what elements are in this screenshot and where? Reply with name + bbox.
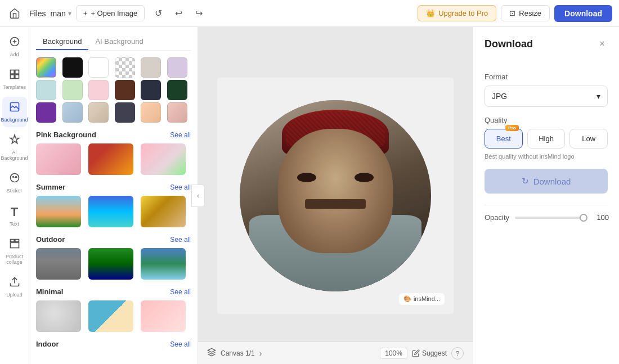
layers-icon[interactable] xyxy=(207,348,216,358)
resize-icon: ⊡ xyxy=(509,9,515,17)
open-image-button[interactable]: + + Open Image xyxy=(76,5,145,21)
color-swatch-brown[interactable] xyxy=(115,80,135,100)
bg-thumb-minimal-1[interactable] xyxy=(36,300,81,332)
main-layout: Add Templates Background AI Background S… xyxy=(0,27,619,364)
suggest-button[interactable]: Suggest xyxy=(412,349,447,357)
watermark-icon: 🎨 xyxy=(403,295,411,303)
history-controls: ↺ ↩ ↪ xyxy=(149,5,208,23)
bg-thumb-pink-1[interactable] xyxy=(36,143,81,175)
pink-section-header: Pink Background See all xyxy=(36,131,191,139)
sidebar-item-upload-label: Upload xyxy=(6,292,23,298)
download-main-button[interactable]: Download xyxy=(554,5,612,22)
bg-thumb-minimal-2[interactable] xyxy=(88,300,133,332)
summer-section-title: Summer xyxy=(36,183,65,191)
format-label: Format xyxy=(485,73,608,81)
color-swatch-tan[interactable] xyxy=(88,102,109,123)
color-swatch-mint[interactable] xyxy=(62,80,83,100)
color-swatch-cyan[interactable] xyxy=(36,80,56,100)
download-panel-button[interactable]: ↻ Download xyxy=(485,169,608,194)
indoor-section-header: Indoor See all xyxy=(36,340,191,348)
sidebar-item-ai-label: AI Background xyxy=(1,150,28,161)
sidebar-item-add[interactable]: Add xyxy=(2,32,27,62)
color-swatch-salmon[interactable] xyxy=(167,102,187,123)
svg-point-9 xyxy=(12,177,14,178)
resize-button[interactable]: ⊡ Resize xyxy=(501,5,550,21)
history-icon[interactable]: ↺ xyxy=(149,5,167,23)
minimal-section-header: Minimal See all xyxy=(36,287,191,296)
outdoor-see-all[interactable]: See all xyxy=(170,236,191,244)
color-swatch-lightblue[interactable] xyxy=(62,102,83,123)
zoom-level: 100% xyxy=(380,348,407,359)
redo-button[interactable]: ↪ xyxy=(190,5,208,23)
color-swatch-transparent[interactable] xyxy=(115,57,135,78)
sidebar-item-templates-label: Templates xyxy=(3,84,26,90)
format-select[interactable]: JPG ▾ xyxy=(485,86,608,107)
add-icon xyxy=(9,36,20,50)
upgrade-button[interactable]: 👑 Upgrade to Pro xyxy=(418,5,496,21)
bg-thumb-summer-3[interactable] xyxy=(141,196,186,227)
pink-see-all[interactable]: See all xyxy=(170,131,191,139)
minimal-see-all[interactable]: See all xyxy=(170,288,191,296)
quality-low-button[interactable]: Low xyxy=(569,129,608,149)
sidebar-item-upload[interactable]: Upload xyxy=(2,272,27,302)
files-link[interactable]: Files xyxy=(29,9,46,18)
close-download-button[interactable]: × xyxy=(594,36,610,52)
home-button[interactable] xyxy=(7,6,23,21)
color-swatch-darkblue[interactable] xyxy=(141,80,161,100)
pink-section-title: Pink Background xyxy=(36,131,96,139)
summer-see-all[interactable]: See all xyxy=(170,183,191,191)
portrait-image xyxy=(240,100,431,291)
tab-ai-background[interactable]: AI Background xyxy=(88,34,150,50)
quality-high-button[interactable]: High xyxy=(527,129,566,149)
color-swatch-beige[interactable] xyxy=(141,57,161,78)
color-swatch-lavender[interactable] xyxy=(167,57,187,78)
color-swatch-white[interactable] xyxy=(88,57,109,78)
sidebar-item-product-collage[interactable]: Product collage xyxy=(2,233,27,269)
quality-best-button[interactable]: Pro Best xyxy=(485,129,523,149)
bg-thumb-outdoor-2[interactable] xyxy=(88,248,133,280)
help-button[interactable]: ? xyxy=(451,347,464,359)
sidebar-item-background-label: Background xyxy=(1,117,28,123)
bg-thumb-summer-1[interactable] xyxy=(36,196,81,227)
bg-thumb-outdoor-1[interactable] xyxy=(36,248,81,280)
undo-button[interactable]: ↩ xyxy=(169,5,187,23)
color-swatch-pink[interactable] xyxy=(88,80,109,100)
opacity-slider[interactable] xyxy=(515,217,587,219)
bg-thumb-pink-2[interactable] xyxy=(88,143,133,175)
ai-background-icon xyxy=(9,134,20,148)
bg-thumb-pink-3[interactable] xyxy=(141,143,186,175)
project-name[interactable]: man ▾ xyxy=(51,9,71,18)
bg-thumb-minimal-3[interactable] xyxy=(141,300,186,332)
sidebar-item-ai-background[interactable]: AI Background xyxy=(2,129,27,165)
tab-background[interactable]: Background xyxy=(36,34,88,50)
canvas-area: ‹ 🎨 insMind... xyxy=(198,27,473,364)
sidebar-item-product-collage-label: Product collage xyxy=(5,254,25,265)
color-swatch-purple[interactable] xyxy=(36,102,56,123)
pro-badge: Pro xyxy=(505,125,518,131)
collapse-panel-button[interactable]: ‹ xyxy=(191,185,205,207)
bg-thumb-outdoor-3[interactable] xyxy=(141,248,186,280)
color-swatch-darkgray[interactable] xyxy=(115,102,135,123)
color-swatch-rainbow[interactable] xyxy=(36,57,56,78)
color-swatch-peach[interactable] xyxy=(141,102,161,123)
plus-icon: + xyxy=(83,9,88,17)
crown-icon: 👑 xyxy=(426,9,435,17)
indoor-see-all[interactable]: See all xyxy=(170,340,191,348)
minimal-section-title: Minimal xyxy=(36,287,63,296)
left-sidebar: Add Templates Background AI Background S… xyxy=(0,27,29,364)
sidebar-item-background[interactable]: Background xyxy=(2,97,27,127)
sidebar-item-sticker[interactable]: Sticker xyxy=(2,168,27,198)
sidebar-item-text[interactable]: T Text xyxy=(2,200,27,231)
portrait-face xyxy=(278,129,393,253)
sidebar-item-templates[interactable]: Templates xyxy=(2,64,27,95)
opacity-value: 100 xyxy=(593,213,609,222)
svg-rect-12 xyxy=(15,240,19,242)
portrait-placeholder xyxy=(240,100,431,291)
pink-bg-grid xyxy=(36,143,191,175)
color-swatch-darkgreen[interactable] xyxy=(167,80,187,100)
svg-rect-11 xyxy=(10,240,14,242)
color-swatch-black[interactable] xyxy=(62,57,83,78)
expand-icon[interactable]: › xyxy=(259,349,262,358)
summer-bg-grid xyxy=(36,196,191,227)
bg-thumb-summer-2[interactable] xyxy=(88,196,133,227)
